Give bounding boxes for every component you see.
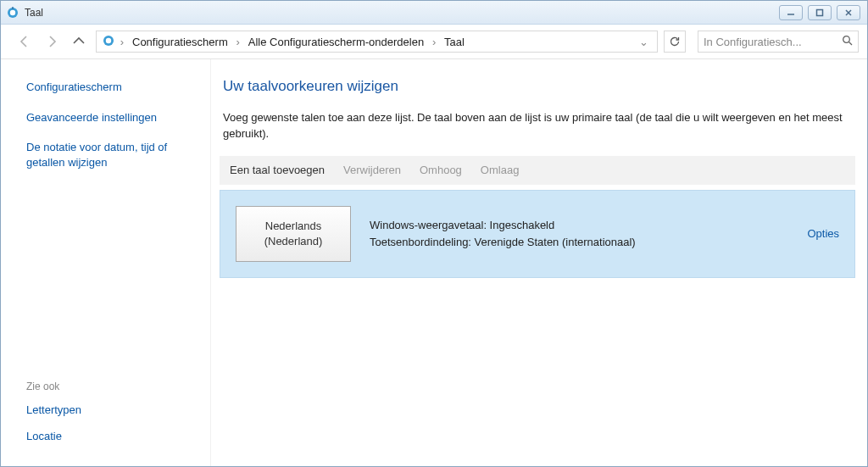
language-name: Nederlands	[265, 219, 322, 234]
svg-point-1	[10, 9, 15, 14]
toolbar-remove: Verwijderen	[343, 164, 401, 176]
toolbar-add-language[interactable]: Een taal toevoegen	[230, 164, 325, 176]
minimize-button[interactable]	[779, 5, 803, 20]
see-also: Zie ook Lettertypen Locatie	[26, 381, 197, 456]
page-heading: Uw taalvoorkeuren wijzigen	[223, 78, 852, 95]
up-button[interactable]	[69, 31, 89, 52]
language-region: (Nederland)	[264, 234, 323, 249]
window-controls	[779, 5, 860, 20]
see-also-fonts[interactable]: Lettertypen	[26, 403, 197, 418]
breadcrumb-item[interactable]: Configuratiescherm	[129, 36, 231, 48]
toolbar-move-down: Omlaag	[481, 164, 520, 176]
forward-button[interactable]	[42, 31, 62, 52]
sidebar-link-home[interactable]: Configuratiescherm	[26, 80, 197, 95]
control-panel-window: Taal › Configuratiescherm › Alle Configu…	[0, 0, 868, 467]
keyboard-layout-line: Toetsenbordindeling: Verenigde Staten (i…	[370, 234, 788, 251]
app-icon	[4, 4, 21, 21]
svg-rect-2	[12, 7, 13, 9]
language-toolbar: Een taal toevoegen Verwijderen Omhoog Om…	[220, 156, 855, 185]
language-options-link[interactable]: Opties	[807, 227, 839, 240]
toolbar-move-up: Omhoog	[420, 164, 462, 176]
see-also-location[interactable]: Locatie	[26, 429, 197, 444]
svg-point-9	[843, 36, 850, 43]
sidebar: Configuratiescherm Geavanceerde instelli…	[1, 59, 211, 466]
language-row[interactable]: Nederlands (Nederland) Windows-weergavet…	[220, 190, 855, 278]
svg-rect-4	[817, 9, 823, 15]
page-description: Voeg gewenste talen toe aan deze lijst. …	[223, 110, 852, 142]
window-title: Taal	[25, 7, 779, 19]
back-button[interactable]	[14, 31, 35, 52]
breadcrumb-item[interactable]: Alle Configuratiescherm-onderdelen	[245, 36, 427, 48]
chevron-right-icon: ›	[119, 36, 125, 48]
search-icon	[842, 35, 853, 48]
navbar: › Configuratiescherm › Alle Configuratie…	[1, 25, 867, 58]
titlebar: Taal	[1, 1, 867, 25]
language-info: Windows-weergavetaal: Ingeschakeld Toets…	[370, 217, 788, 250]
language-tile[interactable]: Nederlands (Nederland)	[236, 206, 351, 262]
svg-point-8	[106, 37, 111, 42]
breadcrumb[interactable]: › Configuratiescherm › Alle Configuratie…	[96, 31, 658, 53]
breadcrumb-icon	[102, 34, 115, 50]
sidebar-link-formats[interactable]: De notatie voor datum, tijd of getallen …	[26, 140, 197, 170]
breadcrumb-item[interactable]: Taal	[441, 36, 468, 48]
sidebar-link-advanced[interactable]: Geavanceerde instellingen	[26, 110, 197, 125]
search-input[interactable]: In Configuratiesch...	[698, 31, 859, 53]
search-placeholder: In Configuratiesch...	[704, 36, 842, 48]
maximize-button[interactable]	[808, 5, 832, 20]
svg-line-10	[849, 42, 853, 46]
refresh-button[interactable]	[664, 31, 686, 53]
close-button[interactable]	[837, 5, 860, 20]
display-language-line: Windows-weergavetaal: Ingeschakeld	[370, 217, 788, 234]
see-also-heading: Zie ook	[26, 381, 197, 392]
main: Uw taalvoorkeuren wijzigen Voeg gewenste…	[211, 59, 867, 466]
chevron-right-icon: ›	[235, 36, 242, 48]
chevron-down-icon[interactable]: ⌄	[636, 36, 652, 48]
chevron-right-icon: ›	[431, 36, 437, 48]
body: Configuratiescherm Geavanceerde instelli…	[1, 59, 867, 466]
